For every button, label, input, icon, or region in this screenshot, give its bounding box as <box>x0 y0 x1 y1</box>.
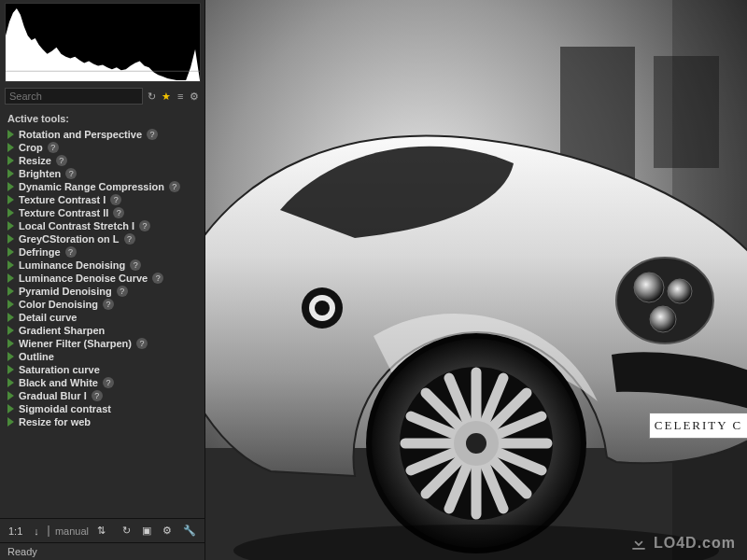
help-icon[interactable]: ? <box>56 155 67 166</box>
help-icon[interactable]: ? <box>147 129 158 140</box>
tool-item[interactable]: Pyramid Denoising? <box>4 285 201 298</box>
tool-label: Defringe <box>19 246 61 258</box>
tool-item[interactable]: Resize for web <box>4 415 201 428</box>
down-arrow-icon[interactable]: ↓ <box>31 524 42 539</box>
tool-item[interactable]: Luminance Denoise Curve? <box>4 272 201 285</box>
help-icon[interactable]: ? <box>139 220 150 231</box>
tool-item[interactable]: Defringe? <box>4 245 201 259</box>
tool-label: Texture Contrast II <box>19 207 108 218</box>
tool-label: Crop <box>19 142 43 153</box>
tool-item[interactable]: GreyCStoration on L? <box>4 232 201 245</box>
tool-item[interactable]: Color Denoising? <box>4 298 201 311</box>
svg-point-13 <box>650 306 676 332</box>
help-icon[interactable]: ? <box>124 233 135 245</box>
wrench-icon[interactable]: 🔧 <box>180 523 199 539</box>
tool-item[interactable]: Gradual Blur I? <box>4 389 201 402</box>
tool-item[interactable]: Brighten? <box>4 167 201 180</box>
arrows-icon[interactable]: ⇅ <box>94 523 108 539</box>
tool-label: Texture Contrast I <box>19 194 106 205</box>
tool-label: Outline <box>19 351 54 362</box>
help-icon[interactable]: ? <box>169 181 180 192</box>
tool-label: Saturation curve <box>19 364 100 375</box>
license-plate: CELERITY C <box>649 413 747 439</box>
favorite-icon[interactable]: ★ <box>161 89 171 104</box>
expand-triangle-icon <box>7 300 14 309</box>
manual-label: manual <box>55 525 89 537</box>
tool-label: GreyCStoration on L <box>19 233 120 245</box>
help-icon[interactable]: ? <box>130 259 141 271</box>
expand-triangle-icon <box>7 326 14 335</box>
tool-item[interactable]: Sigmoidal contrast <box>4 402 201 415</box>
watermark: LO4D.com <box>629 534 736 553</box>
help-icon[interactable]: ? <box>92 390 103 401</box>
expand-triangle-icon <box>7 260 14 270</box>
help-icon[interactable]: ? <box>103 377 114 388</box>
tool-label: Local Contrast Stretch I <box>19 220 134 231</box>
help-icon[interactable]: ? <box>117 286 128 297</box>
tool-item[interactable]: Dynamic Range Compression? <box>4 180 201 193</box>
svg-point-12 <box>668 279 692 303</box>
expand-triangle-icon <box>7 391 14 400</box>
expand-triangle-icon <box>7 247 14 257</box>
car-image <box>205 0 747 560</box>
expand-triangle-icon <box>7 130 14 139</box>
help-icon[interactable]: ? <box>113 207 124 218</box>
histogram[interactable] <box>5 3 201 82</box>
download-icon <box>629 534 648 553</box>
tool-label: Black and White <box>19 377 98 388</box>
status-bar: Ready <box>0 542 204 560</box>
expand-triangle-icon <box>7 287 14 296</box>
refresh-icon[interactable]: ↻ <box>147 89 157 104</box>
expand-triangle-icon <box>7 169 14 178</box>
tool-label: Rotation and Perspective <box>19 129 142 140</box>
tools-list: Rotation and Perspective?Crop?Resize?Bri… <box>0 128 204 518</box>
gear-icon[interactable]: ⚙ <box>190 89 200 104</box>
expand-triangle-icon <box>7 195 14 204</box>
help-icon[interactable]: ? <box>103 299 114 310</box>
tool-label: Luminance Denoise Curve <box>19 273 148 284</box>
refresh2-icon[interactable]: ↻ <box>120 523 134 539</box>
tool-item[interactable]: Texture Contrast II? <box>4 206 201 219</box>
tool-item[interactable]: Wiener Filter (Sharpen)? <box>4 337 201 350</box>
tool-item[interactable]: Texture Contrast I? <box>4 193 201 206</box>
help-icon[interactable]: ? <box>136 338 148 349</box>
tool-item[interactable]: Detail curve <box>4 311 201 324</box>
expand-triangle-icon <box>7 417 14 427</box>
tool-item[interactable]: Rotation and Perspective? <box>4 128 201 141</box>
expand-triangle-icon <box>7 365 14 374</box>
tool-label: Color Denoising <box>19 299 98 310</box>
menu-icon[interactable]: ≡ <box>176 89 186 104</box>
save-icon[interactable]: ▣ <box>139 523 154 539</box>
tool-label: Resize <box>19 155 51 166</box>
expand-triangle-icon <box>7 378 14 387</box>
tool-item[interactable]: Resize? <box>4 154 201 167</box>
manual-checkbox[interactable] <box>48 525 49 537</box>
histogram-curve <box>6 4 200 81</box>
watermark-text: LO4D.com <box>654 535 736 552</box>
tool-item[interactable]: Local Contrast Stretch I? <box>4 219 201 232</box>
help-icon[interactable]: ? <box>48 142 59 153</box>
help-icon[interactable]: ? <box>65 246 77 258</box>
expand-triangle-icon <box>7 156 14 165</box>
tool-label: Sigmoidal contrast <box>19 403 111 414</box>
tool-label: Gradual Blur I <box>19 390 87 401</box>
search-input[interactable] <box>5 88 143 105</box>
expand-triangle-icon <box>7 313 14 322</box>
tool-label: Resize for web <box>19 416 91 427</box>
gear2-icon[interactable]: ⚙ <box>160 523 175 539</box>
help-icon[interactable]: ? <box>110 194 121 205</box>
tool-item[interactable]: Saturation curve <box>4 363 201 376</box>
tool-item[interactable]: Crop? <box>4 141 201 154</box>
active-tools-heading: Active tools: <box>0 107 204 128</box>
tool-item[interactable]: Gradient Sharpen <box>4 324 201 337</box>
tool-item[interactable]: Outline <box>4 350 201 363</box>
expand-triangle-icon <box>7 208 14 217</box>
tool-item[interactable]: Black and White? <box>4 376 201 389</box>
help-icon[interactable]: ? <box>65 168 77 179</box>
expand-triangle-icon <box>7 221 14 231</box>
help-icon[interactable]: ? <box>152 273 163 284</box>
tool-item[interactable]: Luminance Denoising? <box>4 259 201 272</box>
zoom-11-button[interactable]: 1:1 <box>6 524 25 539</box>
image-preview[interactable]: CELERITY C LO4D.com <box>205 0 747 560</box>
tool-label: Detail curve <box>19 312 77 323</box>
